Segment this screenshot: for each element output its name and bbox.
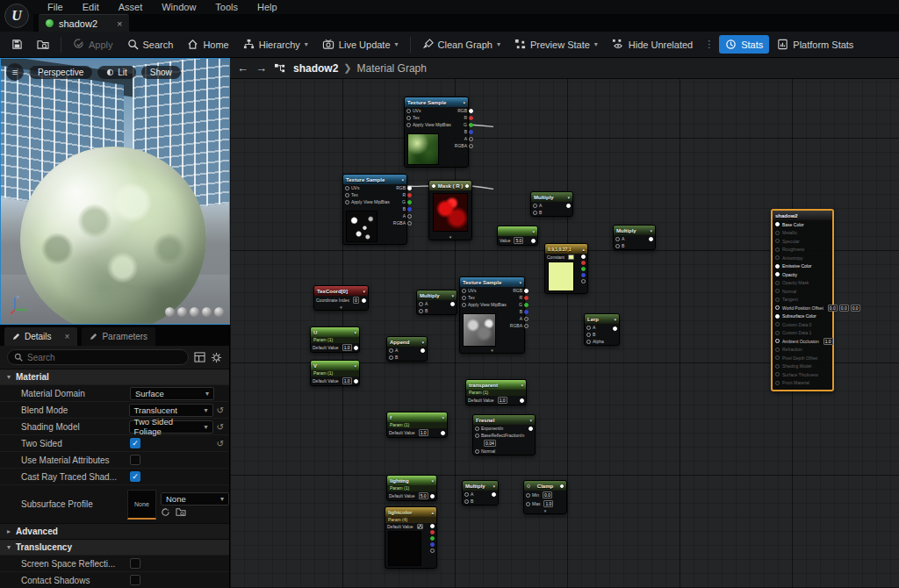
node-texture-sample-2[interactable]: Texture Sample▾ UVsTexApply View MipBias… [342,174,407,245]
tab-close-icon[interactable]: × [117,18,122,29]
nav-back-icon[interactable]: ← [237,61,248,75]
result-pin[interactable]: World Position Offset0.00.00.0 [773,304,832,312]
result-pin[interactable]: Opacity Mask [773,279,832,288]
reset-icon[interactable]: ↺ [217,422,224,432]
cast-ray-traced-checkbox[interactable]: ✓ [130,471,140,482]
node-constant[interactable]: 0.9,1,0.37,1▴ Constant [544,243,588,294]
details-search-input[interactable]: Search [7,349,189,365]
search-button[interactable]: Search [121,35,180,54]
hide-unrelated-button[interactable]: Hide Unrelated [606,35,699,54]
node-multiply-1[interactable]: Multiply▾ A B [530,191,573,217]
settings-gear-icon[interactable] [211,352,222,363]
result-pin[interactable]: Custom Data 0 [773,320,832,329]
menu-item[interactable]: File [39,1,72,13]
result-pin[interactable]: Surface Thickness [773,370,832,379]
result-pin[interactable]: Emissive Color [773,262,832,271]
result-pin[interactable]: Anisotropy [773,254,832,262]
preview-state-button[interactable]: Preview State▾ [508,35,604,54]
node-multiply-3[interactable]: Multiply▾ A B [416,290,457,315]
two-sided-checkbox[interactable]: ✓ [130,438,140,448]
live-update-button[interactable]: Live Update▾ [316,35,405,54]
result-pin[interactable]: Shading Model [773,362,832,371]
menu-item[interactable]: Help [248,1,286,13]
viewport-options-menu[interactable]: ≡ [6,63,24,81]
result-pin[interactable]: Roughness [773,246,832,255]
menu-item[interactable]: Asset [110,1,152,13]
subsurface-profile-thumbnail[interactable]: None [127,490,156,520]
node-param-transparent[interactable]: transparent▾ Param (1) Default Value1.0 [465,379,527,405]
result-pin[interactable]: Opacity [773,270,832,279]
node-param-lighting[interactable]: lighting▾ Param (1) Default Value5.0 [386,475,437,501]
result-pin[interactable]: Subsurface Color [773,312,832,321]
cylinder-shape-button[interactable] [165,307,175,317]
result-pin[interactable]: Refraction [773,346,832,355]
toolbar-overflow-icon[interactable]: ⋮ [701,39,717,50]
node-scalar-value[interactable]: ▾ Value5.0 [497,226,538,246]
section-material[interactable]: ▾Material [0,369,229,384]
result-pin[interactable]: Metallic [773,229,832,238]
platform-stats-button[interactable]: Platform Stats [771,35,859,54]
hierarchy-button[interactable]: Hierarchy▾ [237,35,314,54]
node-texture-sample-3[interactable]: Texture Sample▾ UVsTexApply View MipBias… [459,276,525,354]
material-graph[interactable]: ← → shadow2 ❯ Material Graph Texture Sam… [230,58,899,588]
ssr-checkbox[interactable] [130,558,140,569]
result-pin[interactable]: Tangent [773,296,832,305]
result-pin[interactable]: Front Material [773,379,832,388]
node-param-v[interactable]: V▾ Param (1) Default Value1.0 [310,360,360,386]
tab-details[interactable]: Details× [4,327,77,346]
result-pin[interactable]: Normal [773,287,832,296]
show-button[interactable]: Show [141,66,181,79]
node-fresnel[interactable]: Fresnel▾ ExponentIn BaseReflectFractionI… [472,414,536,455]
preview-viewport[interactable]: ≡ Perspective Lit Show z [0,58,230,325]
menu-item[interactable]: Tools [206,1,247,13]
material-domain-dropdown[interactable]: Surface▾ [130,387,214,400]
apply-button[interactable]: Apply [67,35,119,54]
node-texcoord[interactable]: TexCoord[0]▾ Coordinate Index0 ▾ [313,285,369,311]
node-append[interactable]: Append▾ A B [386,336,428,362]
browse-to-asset-button[interactable] [31,35,55,54]
result-pin[interactable]: Ambient Occlusion1.0 [773,337,832,346]
node-param-lightcolor[interactable]: lightcolor▴ Param (4) Default Value [385,506,437,569]
use-material-attributes-checkbox[interactable] [130,455,140,465]
stats-button[interactable]: Stats [719,35,769,54]
reset-icon[interactable]: ↺ [217,405,224,415]
blend-mode-dropdown[interactable]: Translucent▾ [129,404,213,417]
sphere-shape-button[interactable] [177,307,187,317]
perspective-button[interactable]: Perspective [29,66,92,79]
menu-item[interactable]: Window [153,1,205,13]
teapot-shape-button[interactable] [214,307,224,317]
lit-button[interactable]: Lit [97,66,136,79]
result-pin[interactable]: Pixel Depth Offset [773,354,832,362]
clean-graph-button[interactable]: Clean Graph▾ [416,35,507,54]
save-button[interactable] [5,35,29,54]
section-advanced[interactable]: ▸Advanced [0,523,229,539]
subsurface-profile-dropdown[interactable]: None▾ [161,492,229,506]
node-param-u[interactable]: U▾ Param (1) Default Value1.0 [310,326,360,353]
plane-shape-button[interactable] [190,307,199,317]
node-multiply-2[interactable]: Multiply▾ A B [613,225,656,250]
node-param-f[interactable]: f▾ Param (1) Default Value1.0 [386,412,448,438]
tab-parameters[interactable]: Parameters [82,327,155,346]
node-lerp[interactable]: Lerp▾ ABAlpha [584,313,620,346]
node-multiply-4[interactable]: Multiply▾ A B [462,480,499,506]
home-button[interactable]: Home [181,35,234,54]
breadcrumb-material[interactable]: shadow2 [293,62,338,75]
cube-shape-button[interactable] [202,307,212,317]
tab-shadow2[interactable]: shadow2 × [39,14,129,32]
browse-icon[interactable] [176,507,186,517]
contact-shadows-checkbox[interactable] [130,575,140,585]
node-clamp[interactable]: Clamp Min0.0 Max1.0 ▾ [523,480,567,514]
display-filter-icon[interactable] [194,352,205,362]
result-pin[interactable]: Custom Data 1 [773,329,832,338]
use-selected-asset-icon[interactable] [161,507,170,517]
reset-icon[interactable]: ↺ [217,439,224,448]
menu-item[interactable]: Edit [74,1,108,13]
section-translucency[interactable]: ▾Translucency [0,539,229,555]
node-result-shadow2[interactable]: shadow2 Base ColorMetallicSpecularRoughn… [771,209,834,391]
nav-forward-icon[interactable]: → [255,61,267,75]
result-pin[interactable]: Base Color [773,220,832,229]
details-tab-close-icon[interactable]: × [65,332,70,341]
result-pin[interactable]: Specular [773,237,832,246]
node-texture-sample-1[interactable]: Texture Sample▾ UVsTexApply View MipBias… [404,97,469,168]
shading-model-dropdown[interactable]: Two Sided Foliage▾ [129,420,213,434]
